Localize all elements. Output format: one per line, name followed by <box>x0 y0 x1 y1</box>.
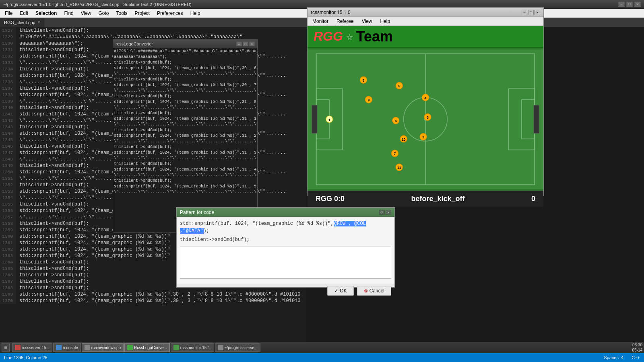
start-button[interactable]: ▦ <box>2 343 10 352</box>
taskbar-btn-4[interactable]: RcssLogoConve... <box>124 343 170 352</box>
monitor-menu-referee[interactable]: Referee <box>333 18 357 25</box>
list-item: \"........\"\"........\"\"........\"\"..… <box>114 122 256 128</box>
close-button[interactable]: ✕ <box>634 2 641 7</box>
line-code: thisclient->sndCmd(buf); <box>16 162 89 169</box>
task-label-1: rcssserver-15... <box>22 346 50 350</box>
list-item: thisclient->sndCmd(buf); <box>114 178 256 184</box>
line-number: 1354 <box>0 195 16 201</box>
line-code: std::snprintf(buf, 1024, "(team_graphic … <box>16 246 170 253</box>
taskbar-btn-6[interactable]: ~/prog/rcssserve... <box>215 343 261 352</box>
list-item: std::snprintf(buf, 1024, "(team_graphic … <box>114 66 256 71</box>
pattern-code-line-1: std::snprintf(buf, 1024, "(team_graphic … <box>180 220 391 234</box>
svg-text:3: 3 <box>427 115 429 119</box>
code-prefix: std::snprintf(buf, 1024, "(team_graphic … <box>180 221 334 226</box>
menu-goto[interactable]: Goto <box>95 10 112 17</box>
monitor-menu-bar: Monitor Referee View Help <box>308 17 543 26</box>
time-display: 03:30 <box>632 342 642 348</box>
line-number: 1365 <box>0 265 16 272</box>
menu-edit[interactable]: Edit <box>17 10 31 17</box>
line-number: 1368 <box>0 285 16 291</box>
cancel-icon: ⊗ <box>364 288 368 294</box>
logo-minimize-button[interactable]: — <box>236 41 242 46</box>
svg-text:4: 4 <box>425 96 427 100</box>
menu-find[interactable]: Find <box>61 10 76 17</box>
line-code: thisclient->sndCmd(buf); <box>16 143 89 150</box>
menu-tools[interactable]: Tools <box>113 10 131 17</box>
ok-button[interactable]: ✓ OK <box>327 286 353 296</box>
star-icon: ☆ <box>346 30 353 43</box>
line-number: 1362 <box>0 246 16 253</box>
list-item: thisclient->sndCmd(buf); <box>114 144 256 150</box>
list-item: std::snprintf(buf, 1024, "(team_graphic … <box>114 167 256 173</box>
line-code: std::snprintf(buf, 1024, "(team_graphic … <box>16 233 170 240</box>
tab-close-icon[interactable]: × <box>38 20 40 25</box>
tab-label: RGG_client.cpp <box>4 20 35 25</box>
field-svg: 8 9 5 4 6 3 10 2 7 1 <box>308 48 543 191</box>
menu-help[interactable]: Help <box>187 10 204 17</box>
task-label-6: ~/prog/rcssserve... <box>225 346 258 350</box>
line-number: 1363 <box>0 253 16 259</box>
monitor-menu-view[interactable]: View <box>359 18 376 25</box>
line-number: 1349 <box>0 162 16 169</box>
menu-preferences[interactable]: Preferences <box>154 10 186 17</box>
line-code: aaaaaaaa\"aaaaaaaa\"); <box>16 40 83 47</box>
menu-project[interactable]: Project <box>132 10 153 17</box>
table-row: 1327thisclient->sndCmd(buf); <box>0 27 306 34</box>
line-number: 1341 <box>0 111 16 117</box>
line-number: 1370 <box>0 298 16 304</box>
logo-converter-title-text: rcssLogoConverter <box>116 41 153 46</box>
monitor-menu-monitor[interactable]: Monitor <box>309 18 332 25</box>
list-item: aaaaaaaa\"aaaaaaaa\"); <box>114 54 256 60</box>
pattern-close-button[interactable]: ✕ <box>386 210 391 215</box>
svg-rect-10 <box>534 105 539 133</box>
line-code: std::snprintf(buf, 1024, "(team_graphic … <box>16 253 170 259</box>
monitor-close-button[interactable]: ✕ <box>535 10 540 15</box>
pattern-minimize-button[interactable]: ? <box>379 210 385 215</box>
svg-text:1: 1 <box>328 118 330 122</box>
line-number: 1350 <box>0 169 16 175</box>
svg-text:9: 9 <box>368 98 370 102</box>
status-position: Line 1395, Column 25 <box>4 355 47 360</box>
menu-selection[interactable]: Selection <box>32 10 60 17</box>
line-code: thisclient->sndCmd(buf); <box>16 201 89 208</box>
line-number: 1346 <box>0 143 16 150</box>
svg-text:2: 2 <box>422 135 424 139</box>
score-status: before_kick_off <box>411 195 464 203</box>
line-code: thisclient->sndCmd(buf); <box>16 124 89 130</box>
list-item: #1796fe\".########aa\".aaaaaaa\".#aaaaaa… <box>114 49 256 54</box>
menu-view[interactable]: View <box>78 10 95 17</box>
menu-file[interactable]: File <box>2 10 16 17</box>
monitor-menu-help[interactable]: Help <box>377 18 394 25</box>
taskbar-btn-1[interactable]: rcssserver-15... <box>12 343 52 352</box>
line-number: 1352 <box>0 182 16 188</box>
cancel-button[interactable]: ⊗ Cancel <box>357 286 391 296</box>
line-number: 1335 <box>0 72 16 79</box>
line-code: std::snprintf(buf, 1024, "(team_graphic … <box>16 298 301 304</box>
task-icon-4 <box>127 345 133 350</box>
logo-maximize-button[interactable]: □ <box>243 41 248 46</box>
maximize-button[interactable]: □ <box>626 2 633 7</box>
list-item: \"........\"\"........\"\"........\"\"..… <box>114 156 256 161</box>
taskbar-btn-2[interactable]: rconsole <box>53 343 81 352</box>
status-language: C++ <box>632 355 640 360</box>
line-number: 1359 <box>0 227 16 233</box>
pattern-input[interactable] <box>180 247 391 279</box>
svg-text:6: 6 <box>395 119 397 123</box>
status-bar: Line 1395, Column 25 Spaces: 4 C++ <box>0 353 644 362</box>
task-icon-5 <box>173 345 179 350</box>
line-number: 1345 <box>0 137 16 143</box>
list-item: \"........\"\"........\"\"........\"\"..… <box>114 189 256 195</box>
monitor-maximize-button[interactable]: □ <box>528 10 534 15</box>
monitor-minimize-button[interactable]: — <box>522 10 527 15</box>
tab-rgg-client[interactable]: RGG_client.cpp × <box>0 18 45 27</box>
line-code: thisclient->sndCmd(buf); <box>16 182 89 188</box>
taskbar-btn-5[interactable]: rcssmonitor 15.1. <box>171 343 214 352</box>
line-number: 1347 <box>0 150 16 156</box>
taskbar-btn-3[interactable]: mainwindow.cpp <box>82 343 124 352</box>
line-number: 1329 <box>0 34 16 40</box>
taskbar-time: 03:30 05-14 <box>632 342 642 353</box>
minimize-button[interactable]: — <box>618 2 625 7</box>
task-icon-6 <box>218 345 223 350</box>
logo-close-button[interactable]: ✕ <box>249 41 255 46</box>
line-number: 1327 <box>0 27 16 34</box>
